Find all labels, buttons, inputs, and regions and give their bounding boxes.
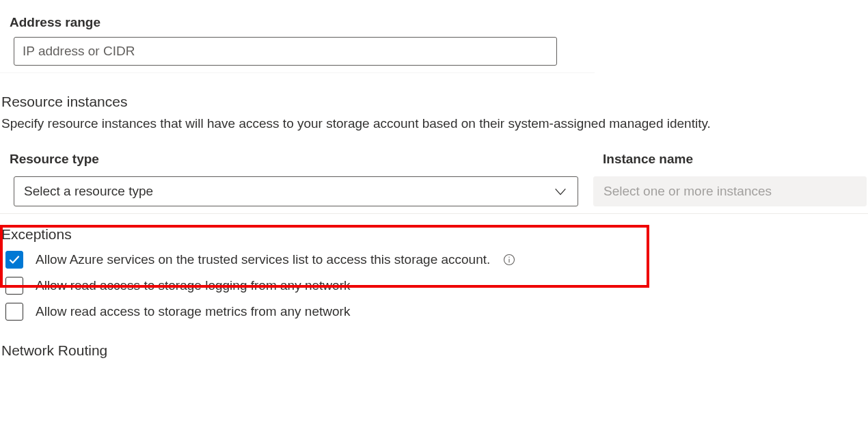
address-range-input[interactable] (14, 37, 557, 66)
exception-label-metrics: Allow read access to storage metrics fro… (36, 304, 350, 319)
checkbox-metrics[interactable] (5, 303, 23, 321)
checkbox-logging[interactable] (5, 277, 23, 295)
resource-type-select[interactable]: Select a resource type (14, 176, 578, 206)
exception-row-metrics[interactable]: Allow read access to storage metrics fro… (0, 299, 868, 325)
exceptions-title: Exceptions (1, 226, 868, 243)
network-routing-title: Network Routing (1, 342, 868, 359)
chevron-down-icon (553, 184, 568, 199)
instance-name-label: Instance name (593, 146, 868, 176)
exception-label-logging: Allow read access to storage logging fro… (36, 278, 350, 293)
exception-row-trusted-services[interactable]: Allow Azure services on the trusted serv… (0, 247, 868, 273)
resource-type-label: Resource type (0, 146, 580, 176)
info-icon[interactable] (502, 253, 516, 267)
exception-row-logging[interactable]: Allow read access to storage logging fro… (0, 273, 868, 299)
resource-type-placeholder: Select a resource type (24, 184, 153, 199)
address-range-label: Address range (0, 0, 868, 37)
instance-name-placeholder: Select one or more instances (603, 184, 772, 199)
instance-name-select[interactable]: Select one or more instances (593, 176, 867, 206)
svg-point-2 (509, 256, 510, 257)
checkbox-trusted-services[interactable] (5, 251, 23, 269)
exception-label-trusted-services: Allow Azure services on the trusted serv… (36, 252, 490, 267)
check-icon (8, 254, 21, 266)
resource-instances-desc: Specify resource instances that will hav… (1, 114, 868, 134)
resource-instances-title: Resource instances (1, 94, 868, 110)
